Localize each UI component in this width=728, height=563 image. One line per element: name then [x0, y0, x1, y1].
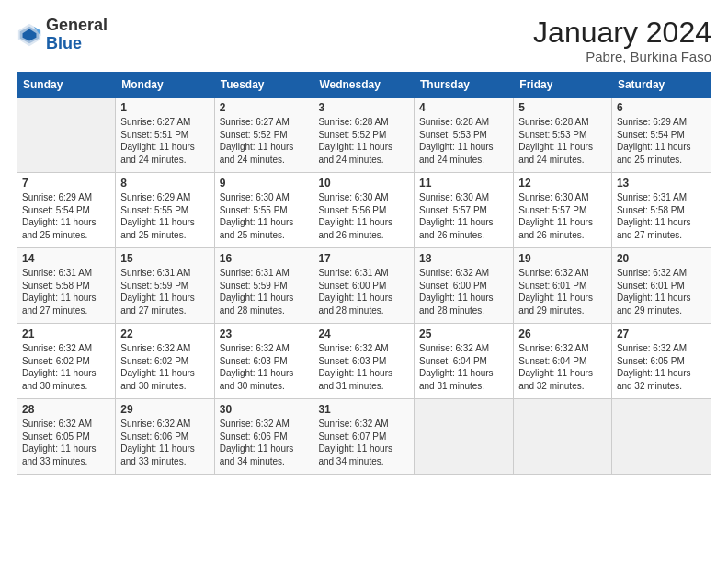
day-info: Sunrise: 6:28 AMSunset: 5:53 PMDaylight:… — [518, 116, 607, 166]
day-number: 3 — [318, 101, 409, 114]
day-number: 10 — [318, 177, 409, 190]
calendar-cell — [514, 399, 612, 475]
calendar-cell: 4Sunrise: 6:28 AMSunset: 5:53 PMDaylight… — [414, 98, 513, 173]
day-number: 2 — [220, 101, 309, 114]
header-day-thursday: Thursday — [414, 73, 513, 98]
calendar-cell: 12Sunrise: 6:30 AMSunset: 5:57 PMDayligh… — [514, 173, 612, 248]
day-info: Sunrise: 6:31 AMSunset: 5:59 PMDaylight:… — [220, 267, 309, 316]
day-info: Sunrise: 6:32 AMSunset: 6:04 PMDaylight:… — [518, 342, 607, 392]
day-number: 14 — [22, 252, 110, 265]
day-info: Sunrise: 6:31 AMSunset: 5:58 PMDaylight:… — [22, 267, 110, 316]
calendar-cell: 31Sunrise: 6:32 AMSunset: 6:07 PMDayligh… — [313, 399, 415, 475]
day-number: 30 — [220, 403, 309, 416]
calendar-week-1: 1Sunrise: 6:27 AMSunset: 5:51 PMDaylight… — [17, 98, 711, 173]
day-number: 5 — [518, 101, 607, 114]
day-number: 31 — [318, 403, 409, 416]
calendar-cell: 3Sunrise: 6:28 AMSunset: 5:52 PMDaylight… — [313, 98, 415, 173]
calendar-cell: 1Sunrise: 6:27 AMSunset: 5:51 PMDaylight… — [116, 98, 214, 173]
logo-blue-text: Blue — [46, 34, 82, 52]
calendar-header-row: SundayMondayTuesdayWednesdayThursdayFrid… — [17, 73, 711, 98]
calendar-cell: 30Sunrise: 6:32 AMSunset: 6:06 PMDayligh… — [214, 399, 313, 475]
day-info: Sunrise: 6:30 AMSunset: 5:57 PMDaylight:… — [518, 191, 607, 241]
day-number: 21 — [22, 327, 110, 340]
calendar-cell: 23Sunrise: 6:32 AMSunset: 6:03 PMDayligh… — [214, 324, 313, 399]
header-day-saturday: Saturday — [611, 73, 711, 98]
logo-icon — [17, 22, 42, 48]
day-info: Sunrise: 6:27 AMSunset: 5:51 PMDaylight:… — [120, 116, 209, 166]
day-info: Sunrise: 6:32 AMSunset: 6:05 PMDaylight:… — [22, 418, 110, 467]
calendar-cell — [414, 399, 513, 475]
logo: General Blue — [17, 17, 108, 53]
calendar-cell — [611, 399, 711, 475]
header-day-friday: Friday — [514, 73, 612, 98]
header-day-sunday: Sunday — [17, 73, 116, 98]
day-number: 28 — [22, 403, 110, 416]
day-info: Sunrise: 6:32 AMSunset: 6:03 PMDaylight:… — [220, 342, 309, 392]
day-info: Sunrise: 6:32 AMSunset: 6:04 PMDaylight:… — [419, 342, 508, 392]
title-block: January 2024 Pabre, Burkina Faso — [533, 17, 711, 64]
day-info: Sunrise: 6:29 AMSunset: 5:54 PMDaylight:… — [617, 116, 706, 166]
day-info: Sunrise: 6:31 AMSunset: 5:59 PMDaylight:… — [120, 267, 209, 316]
calendar-cell: 10Sunrise: 6:30 AMSunset: 5:56 PMDayligh… — [313, 173, 415, 248]
day-number: 12 — [518, 177, 607, 190]
calendar-cell: 5Sunrise: 6:28 AMSunset: 5:53 PMDaylight… — [514, 98, 612, 173]
calendar-cell: 17Sunrise: 6:31 AMSunset: 6:00 PMDayligh… — [313, 248, 415, 324]
calendar-cell: 15Sunrise: 6:31 AMSunset: 5:59 PMDayligh… — [116, 248, 214, 324]
day-number: 7 — [22, 177, 110, 190]
day-number: 29 — [120, 403, 209, 416]
day-info: Sunrise: 6:32 AMSunset: 6:00 PMDaylight:… — [419, 267, 508, 316]
day-info: Sunrise: 6:31 AMSunset: 5:58 PMDaylight:… — [617, 191, 706, 241]
page: General Blue January 2024 Pabre, Burkina… — [0, 0, 728, 484]
calendar-cell — [17, 98, 116, 173]
day-info: Sunrise: 6:30 AMSunset: 5:57 PMDaylight:… — [419, 191, 508, 241]
day-info: Sunrise: 6:32 AMSunset: 6:01 PMDaylight:… — [617, 267, 706, 316]
calendar-week-2: 7Sunrise: 6:29 AMSunset: 5:54 PMDaylight… — [17, 173, 711, 248]
header-day-tuesday: Tuesday — [214, 73, 313, 98]
day-info: Sunrise: 6:29 AMSunset: 5:54 PMDaylight:… — [22, 191, 110, 241]
day-number: 15 — [120, 252, 209, 265]
calendar-week-3: 14Sunrise: 6:31 AMSunset: 5:58 PMDayligh… — [17, 248, 711, 324]
day-number: 16 — [220, 252, 309, 265]
day-info: Sunrise: 6:32 AMSunset: 6:03 PMDaylight:… — [318, 342, 409, 392]
day-info: Sunrise: 6:32 AMSunset: 6:02 PMDaylight:… — [120, 342, 209, 392]
day-info: Sunrise: 6:28 AMSunset: 5:53 PMDaylight:… — [419, 116, 508, 166]
calendar-cell: 20Sunrise: 6:32 AMSunset: 6:01 PMDayligh… — [611, 248, 711, 324]
day-info: Sunrise: 6:31 AMSunset: 6:00 PMDaylight:… — [318, 267, 409, 316]
day-info: Sunrise: 6:27 AMSunset: 5:52 PMDaylight:… — [220, 116, 309, 166]
day-number: 4 — [419, 101, 508, 114]
day-number: 23 — [220, 327, 309, 340]
calendar-cell: 25Sunrise: 6:32 AMSunset: 6:04 PMDayligh… — [414, 324, 513, 399]
calendar-title: January 2024 — [533, 17, 711, 49]
calendar-cell: 19Sunrise: 6:32 AMSunset: 6:01 PMDayligh… — [514, 248, 612, 324]
logo-text: General Blue — [46, 17, 108, 53]
day-info: Sunrise: 6:32 AMSunset: 6:06 PMDaylight:… — [120, 418, 209, 467]
day-info: Sunrise: 6:32 AMSunset: 6:07 PMDaylight:… — [318, 418, 409, 467]
day-number: 19 — [518, 252, 607, 265]
day-info: Sunrise: 6:30 AMSunset: 5:56 PMDaylight:… — [318, 191, 409, 241]
calendar-cell: 24Sunrise: 6:32 AMSunset: 6:03 PMDayligh… — [313, 324, 415, 399]
calendar-cell: 14Sunrise: 6:31 AMSunset: 5:58 PMDayligh… — [17, 248, 116, 324]
day-number: 6 — [617, 101, 706, 114]
calendar-table: SundayMondayTuesdayWednesdayThursdayFrid… — [17, 72, 711, 475]
day-info: Sunrise: 6:32 AMSunset: 6:01 PMDaylight:… — [518, 267, 607, 316]
day-number: 25 — [419, 327, 508, 340]
calendar-cell: 21Sunrise: 6:32 AMSunset: 6:02 PMDayligh… — [17, 324, 116, 399]
calendar-cell: 27Sunrise: 6:32 AMSunset: 6:05 PMDayligh… — [611, 324, 711, 399]
calendar-cell: 8Sunrise: 6:29 AMSunset: 5:55 PMDaylight… — [116, 173, 214, 248]
calendar-cell: 9Sunrise: 6:30 AMSunset: 5:55 PMDaylight… — [214, 173, 313, 248]
calendar-cell: 29Sunrise: 6:32 AMSunset: 6:06 PMDayligh… — [116, 399, 214, 475]
calendar-cell: 11Sunrise: 6:30 AMSunset: 5:57 PMDayligh… — [414, 173, 513, 248]
calendar-cell: 28Sunrise: 6:32 AMSunset: 6:05 PMDayligh… — [17, 399, 116, 475]
calendar-cell: 18Sunrise: 6:32 AMSunset: 6:00 PMDayligh… — [414, 248, 513, 324]
calendar-cell: 2Sunrise: 6:27 AMSunset: 5:52 PMDaylight… — [214, 98, 313, 173]
header: General Blue January 2024 Pabre, Burkina… — [17, 17, 711, 64]
logo-general-text: General — [46, 16, 108, 34]
calendar-cell: 26Sunrise: 6:32 AMSunset: 6:04 PMDayligh… — [514, 324, 612, 399]
day-number: 11 — [419, 177, 508, 190]
day-number: 27 — [617, 327, 706, 340]
day-number: 1 — [120, 101, 209, 114]
day-number: 13 — [617, 177, 706, 190]
header-day-wednesday: Wednesday — [313, 73, 415, 98]
calendar-subtitle: Pabre, Burkina Faso — [533, 49, 711, 64]
calendar-week-4: 21Sunrise: 6:32 AMSunset: 6:02 PMDayligh… — [17, 324, 711, 399]
